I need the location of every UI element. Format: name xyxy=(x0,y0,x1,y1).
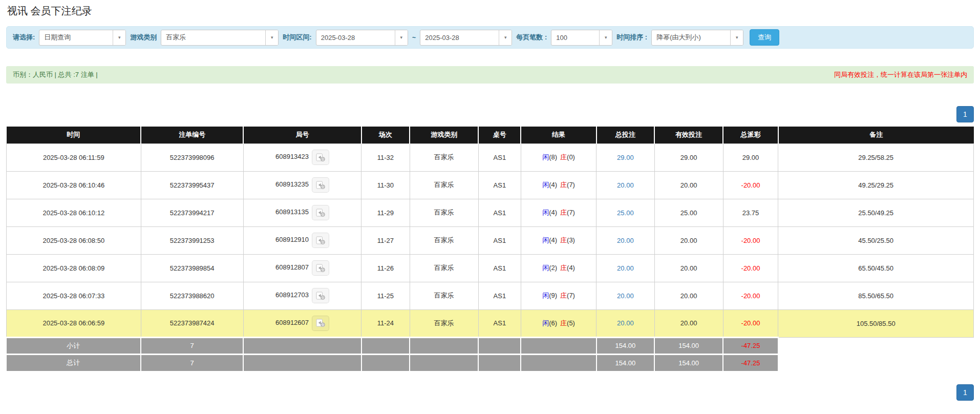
player-result-count: (8) xyxy=(549,153,557,161)
table-row: 2025-03-28 06:08:50 522373991253 6089129… xyxy=(7,226,974,254)
video-replay-button[interactable] xyxy=(312,288,329,303)
chevron-down-icon[interactable]: ▾ xyxy=(599,30,612,45)
round-id-text: 608912910 xyxy=(275,236,309,243)
query-type-label: 请选择: xyxy=(13,33,35,42)
player-result-count: (9) xyxy=(549,292,557,299)
page-size-label: 每页笔数 : xyxy=(516,33,547,42)
time-sort-select[interactable]: 降幂(由大到小) ▾ xyxy=(651,30,743,46)
player-result-count: (4) xyxy=(549,236,557,244)
col-header-valid-bet: 有效投注 xyxy=(654,127,723,143)
banker-result-label: 庄 xyxy=(560,153,567,161)
cell-result: 闲(2)庄(4) xyxy=(521,254,596,282)
summary-blank-note-cell xyxy=(778,337,974,354)
cell-game: 百家乐 xyxy=(410,226,478,254)
video-replay-button[interactable] xyxy=(312,205,329,220)
cell-table-no: AS1 xyxy=(478,254,521,282)
search-button[interactable]: 查询 xyxy=(750,29,779,46)
player-result-count: (2) xyxy=(549,264,557,272)
page-button-1[interactable]: 1 xyxy=(956,106,974,122)
cell-total-bet: 20.00 xyxy=(596,309,654,337)
cell-bet-id: 522373998096 xyxy=(141,143,243,171)
banker-result-label: 庄 xyxy=(560,292,567,299)
video-replay-icon xyxy=(316,292,326,300)
player-result-count: (4) xyxy=(549,181,557,189)
date-to-select[interactable]: 2025-03-28 ▾ xyxy=(420,30,512,46)
cell-valid-bet: 20.00 xyxy=(654,254,723,282)
banker-result-label: 庄 xyxy=(560,236,567,244)
cell-time: 2025-03-28 06:06:59 xyxy=(7,309,141,337)
round-id-text: 608913235 xyxy=(275,180,309,188)
banker-result-label: 庄 xyxy=(560,209,567,216)
video-replay-button[interactable] xyxy=(312,260,329,276)
valid-bet-note-text: 同局有效投注，统一计算在该局第一张注单内 xyxy=(834,70,967,79)
cell-round-id: 608913235 xyxy=(243,171,361,199)
video-replay-button[interactable] xyxy=(312,316,329,331)
game-category-select[interactable]: 百家乐 ▾ xyxy=(161,30,279,46)
cell-result: 闲(4)庄(3) xyxy=(521,226,596,254)
summary-total-bet: 154.00 xyxy=(596,354,654,371)
banker-result-count: (7) xyxy=(567,181,575,189)
cell-bet-id: 522373989854 xyxy=(141,254,243,282)
summary-row: 小计 7 154.00 154.00 -47.25 xyxy=(7,337,974,354)
banker-result-count: (7) xyxy=(567,292,575,299)
chevron-down-icon[interactable]: ▾ xyxy=(265,30,278,45)
banker-result-count: (7) xyxy=(567,209,575,216)
cell-result: 闲(8)庄(0) xyxy=(521,143,596,171)
total-bet-link[interactable]: 25.00 xyxy=(617,209,634,217)
summary-empty-cell xyxy=(410,337,478,354)
col-header-session: 场次 xyxy=(361,127,410,143)
cell-table-no: AS1 xyxy=(478,199,521,226)
cell-session: 11-26 xyxy=(361,254,410,282)
cell-session: 11-30 xyxy=(361,171,410,199)
total-bet-link[interactable]: 20.00 xyxy=(617,292,634,300)
page-size-select[interactable]: 100 ▾ xyxy=(551,30,612,46)
page-button-1[interactable]: 1 xyxy=(956,384,974,401)
total-bet-link[interactable]: 20.00 xyxy=(617,237,634,244)
player-result-count: (6) xyxy=(549,319,557,327)
cell-valid-bet: 29.00 xyxy=(654,143,723,171)
cell-result: 闲(4)庄(7) xyxy=(521,171,596,199)
cell-time: 2025-03-28 06:10:12 xyxy=(7,199,141,226)
total-bet-link[interactable]: 20.00 xyxy=(617,319,634,327)
cell-valid-bet: 20.00 xyxy=(654,226,723,254)
summary-label: 总计 xyxy=(7,354,141,371)
chevron-down-icon[interactable]: ▾ xyxy=(113,30,125,45)
round-id-text: 608913423 xyxy=(275,153,309,160)
total-bet-link[interactable]: 29.00 xyxy=(617,154,634,161)
total-bet-link[interactable]: 20.00 xyxy=(617,264,634,272)
chevron-down-icon[interactable]: ▾ xyxy=(395,30,408,45)
query-type-select[interactable]: 日期查询 ▾ xyxy=(39,30,126,46)
time-sort-value: 降幂(由大到小) xyxy=(652,30,730,45)
chevron-down-icon[interactable]: ▾ xyxy=(730,30,743,45)
cell-table-no: AS1 xyxy=(478,143,521,171)
cell-round-id: 608912703 xyxy=(243,282,361,309)
cell-note: 25.50/49.25 xyxy=(778,199,974,226)
page-size-value: 100 xyxy=(551,30,599,45)
cell-game: 百家乐 xyxy=(410,309,478,337)
cell-time: 2025-03-28 06:11:59 xyxy=(7,143,141,171)
game-category-label: 游戏类别 xyxy=(130,33,157,42)
video-replay-icon xyxy=(316,153,326,162)
summary-empty-cell xyxy=(521,337,596,354)
banker-result-label: 庄 xyxy=(560,264,567,272)
video-replay-icon xyxy=(316,181,326,190)
video-replay-button[interactable] xyxy=(312,177,329,193)
banker-result-label: 庄 xyxy=(560,319,567,327)
chevron-down-icon[interactable]: ▾ xyxy=(499,30,512,45)
summary-valid-bet: 154.00 xyxy=(654,354,723,371)
cell-session: 11-25 xyxy=(361,282,410,309)
table-row: 2025-03-28 06:10:12 522373994217 6089131… xyxy=(7,199,974,226)
cell-session: 11-29 xyxy=(361,199,410,226)
video-replay-button[interactable] xyxy=(312,150,329,165)
col-header-result: 结果 xyxy=(521,127,596,143)
cell-payout: -20.00 xyxy=(723,171,778,199)
total-bet-link[interactable]: 20.00 xyxy=(617,181,634,189)
video-replay-button[interactable] xyxy=(312,233,329,248)
cell-game: 百家乐 xyxy=(410,254,478,282)
cell-game: 百家乐 xyxy=(410,282,478,309)
date-from-select[interactable]: 2025-03-28 ▾ xyxy=(316,30,408,46)
cell-round-id: 608913423 xyxy=(243,143,361,171)
cell-session: 11-27 xyxy=(361,226,410,254)
summary-empty-cell xyxy=(521,354,596,371)
cell-table-no: AS1 xyxy=(478,282,521,309)
